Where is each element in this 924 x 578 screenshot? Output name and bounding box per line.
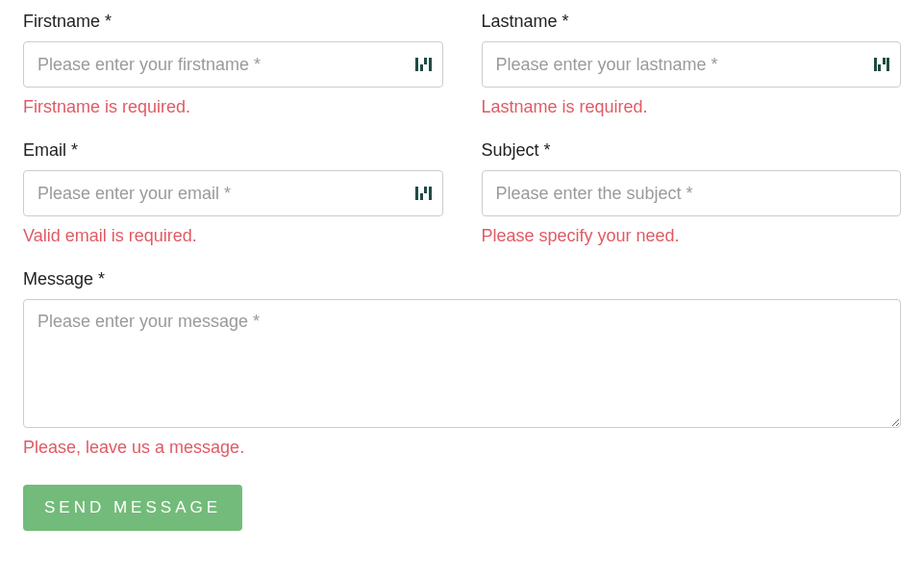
email-error: Valid email is required.: [23, 226, 443, 246]
message-textarea[interactable]: [23, 299, 901, 428]
email-label: Email *: [23, 140, 443, 161]
lastname-label: Lastname *: [482, 12, 902, 32]
message-label: Message *: [23, 269, 901, 289]
firstname-input-wrap: [23, 41, 443, 88]
lastname-error: Lastname is required.: [482, 97, 902, 117]
email-input[interactable]: [23, 170, 443, 216]
firstname-label: Firstname *: [23, 12, 443, 32]
lastname-input[interactable]: [482, 41, 902, 88]
send-message-button[interactable]: SEND MESSAGE: [23, 485, 242, 531]
firstname-input[interactable]: [23, 41, 443, 88]
subject-error: Please specify your need.: [482, 226, 902, 246]
message-error: Please, leave us a message.: [23, 438, 901, 458]
subject-label: Subject *: [482, 140, 902, 161]
subject-input[interactable]: [482, 170, 902, 216]
firstname-error: Firstname is required.: [23, 97, 443, 117]
subject-input-wrap: [482, 170, 902, 216]
contact-form: Firstname * Firstname is required. Lastn…: [23, 12, 901, 531]
lastname-input-wrap: [482, 41, 902, 88]
email-input-wrap: [23, 170, 443, 216]
